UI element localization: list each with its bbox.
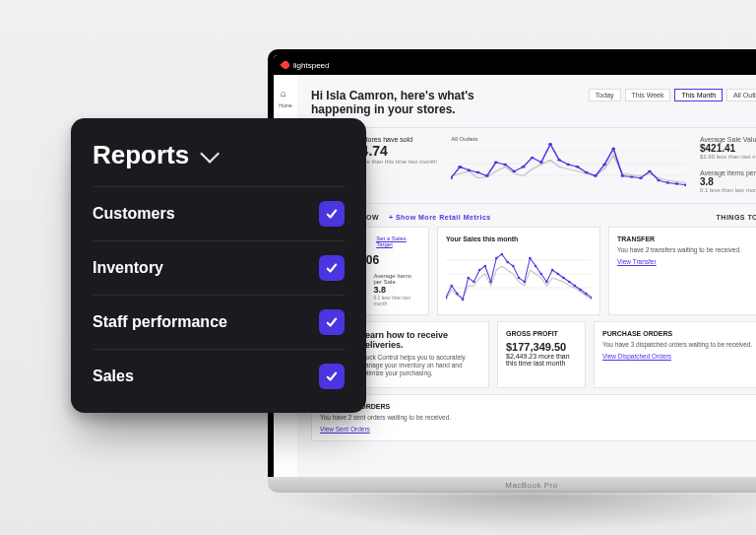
t-items-minor: 0.1 less than last month: [373, 295, 420, 306]
svg-point-43: [501, 253, 504, 255]
laptop-label: MacBook Pro: [505, 481, 558, 490]
show-more-link[interactable]: + Show More Retail Metrics: [389, 214, 491, 221]
po2-title: PURCHASE ORDERS: [320, 403, 756, 410]
transfer-body: You have 2 transfers waiting to be recei…: [617, 246, 756, 254]
svg-point-56: [574, 285, 577, 287]
report-item-sales[interactable]: Sales: [93, 349, 345, 403]
lightspeed-flame-icon: [280, 59, 290, 70]
svg-point-4: [459, 166, 463, 167]
transfer-link[interactable]: View Transfer: [617, 258, 657, 265]
po-link[interactable]: View Dispatched Orders: [602, 353, 671, 360]
stat-asv-minor: $2.90 less than last month: [700, 154, 756, 160]
nav-label-home[interactable]: Home: [279, 102, 291, 108]
divider: [311, 127, 756, 128]
filter-today[interactable]: Today: [589, 89, 621, 101]
gross-minor: $2,449.23 more than this time last month: [506, 353, 577, 367]
filter-month[interactable]: This Month: [674, 89, 723, 101]
top-appbar: lightspeed: [274, 55, 756, 75]
divider: [311, 203, 756, 204]
svg-point-19: [594, 174, 598, 176]
checkbox-checked-icon[interactable]: [319, 309, 345, 335]
report-item-customers[interactable]: Customers: [93, 186, 345, 240]
svg-point-50: [539, 273, 542, 275]
learn-title: Learn how to receive deliveries.: [360, 330, 480, 350]
laptop-shadow: [268, 493, 756, 532]
svg-point-28: [675, 182, 679, 184]
svg-point-38: [472, 281, 475, 283]
svg-point-7: [485, 174, 489, 176]
card-gross-profit: GROSS PROFIT $177,349.50 $2,449.23 more …: [497, 321, 586, 388]
report-item-inventory[interactable]: Inventory: [93, 240, 345, 295]
report-item-staff[interactable]: Staff performance: [93, 295, 345, 349]
gross-title: GROSS PROFIT: [506, 330, 577, 337]
po2-link[interactable]: View Sent Orders: [320, 426, 370, 433]
report-label: Customers: [93, 205, 175, 223]
svg-point-35: [456, 293, 459, 295]
greeting: Hi Isla Camron, here's what's happening …: [311, 89, 488, 117]
filter-outlets[interactable]: All Outlets: [726, 89, 756, 101]
svg-point-22: [621, 174, 625, 176]
svg-point-14: [548, 143, 552, 145]
report-label: Inventory: [93, 259, 163, 277]
reports-panel: Reports Customers Inventory Staff perfor…: [71, 118, 366, 413]
card-sales-month: Your Sales this month: [437, 227, 600, 315]
sales-line-chart: [451, 142, 686, 187]
po-body: You have 3 dispatched orders waiting to …: [602, 341, 756, 349]
svg-point-58: [585, 293, 588, 295]
svg-point-12: [531, 157, 535, 159]
checkbox-checked-icon[interactable]: [319, 201, 345, 227]
filter-week[interactable]: This Week: [625, 89, 671, 101]
checkbox-checked-icon[interactable]: [319, 364, 345, 389]
svg-point-49: [535, 265, 537, 267]
svg-point-13: [539, 161, 543, 163]
sales-month-line-chart: [446, 246, 592, 305]
gross-amount: $177,349.50: [506, 341, 577, 353]
transfer-title: TRANSFER: [617, 235, 756, 242]
reports-title: Reports: [93, 140, 189, 170]
stat-aips-value: 3.8: [700, 176, 756, 187]
svg-point-40: [484, 265, 487, 267]
report-label: Staff performance: [93, 313, 227, 331]
learn-body: Stock Control helps you to accurately ma…: [360, 354, 480, 377]
svg-point-25: [648, 169, 652, 171]
svg-point-11: [522, 166, 526, 167]
set-sales-target-link[interactable]: Set a Sales Target: [376, 235, 420, 247]
svg-point-26: [658, 179, 662, 181]
report-label: Sales: [93, 368, 134, 385]
svg-point-51: [545, 281, 548, 283]
t-items-value: 3.8: [373, 285, 420, 295]
checkbox-checked-icon[interactable]: [319, 255, 345, 281]
svg-point-18: [585, 171, 589, 173]
svg-point-21: [612, 147, 616, 149]
things-to-do-label: Things to do: [717, 214, 756, 221]
svg-point-48: [529, 257, 532, 259]
svg-point-34: [450, 285, 453, 287]
svg-point-9: [503, 164, 507, 166]
svg-point-37: [467, 277, 470, 279]
card-po2: PURCHASE ORDERS You have 2 sent orders w…: [311, 394, 756, 441]
svg-point-44: [506, 261, 509, 263]
t-items-label: Average Items per Sale: [373, 273, 420, 285]
home-icon[interactable]: [281, 83, 290, 93]
stat-asv-label: Average Sale Value: [700, 136, 756, 143]
svg-point-39: [478, 269, 481, 271]
svg-point-46: [518, 277, 521, 279]
svg-point-16: [567, 164, 571, 166]
svg-point-52: [551, 269, 554, 271]
salesmonth-title: Your Sales this month: [446, 235, 592, 242]
svg-point-41: [489, 281, 492, 283]
svg-point-10: [513, 169, 517, 171]
reports-dropdown[interactable]: Reports: [93, 140, 345, 186]
svg-point-3: [451, 176, 453, 178]
svg-point-27: [666, 181, 670, 183]
svg-point-42: [495, 257, 498, 259]
svg-point-17: [576, 166, 580, 167]
svg-point-6: [476, 171, 480, 173]
svg-point-47: [523, 281, 526, 283]
card-po1: PURCHASE ORDERS You have 3 dispatched or…: [594, 321, 756, 388]
po2-body: You have 2 sent orders waiting to be rec…: [320, 414, 756, 422]
svg-point-45: [512, 265, 515, 267]
po-title: PURCHASE ORDERS: [602, 330, 756, 337]
svg-point-23: [630, 175, 634, 177]
svg-point-20: [602, 164, 606, 166]
